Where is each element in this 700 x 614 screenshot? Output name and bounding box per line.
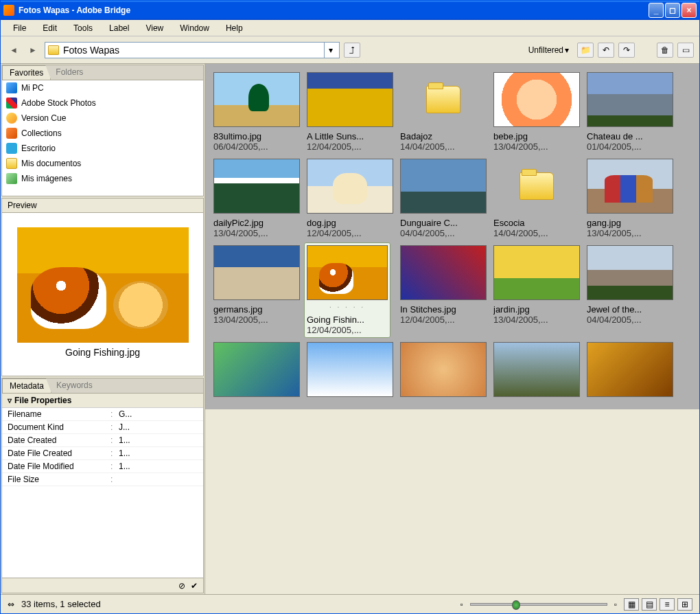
thumbnail-cell[interactable]: Jewel of the...04/04/2005,... [587, 245, 673, 335]
metadata-row[interactable]: Date File Modified:1... [2, 460, 203, 473]
minimize-button[interactable]: _ [649, 3, 664, 18]
meta-section-header[interactable]: ▿ File Properties [2, 394, 203, 408]
image-thumbnail [307, 72, 393, 127]
menu-view[interactable]: View [139, 22, 170, 34]
path-combobox[interactable]: Fotos Wapas ▾ [45, 42, 340, 58]
rotate-ccw-button[interactable]: ↶ [598, 43, 614, 58]
menu-window[interactable]: Window [173, 22, 216, 34]
rotate-cw-button[interactable]: ↷ [618, 43, 635, 58]
rating-dots[interactable]: . . . . . [307, 300, 388, 310]
thumbnail-cell[interactable]: Chateau de ...01/04/2005,... [587, 72, 673, 152]
file-name: dog.jpg [307, 218, 393, 228]
thumbnail-cell[interactable] [493, 342, 580, 401]
chevron-down-icon: ▾ [565, 45, 569, 55]
content-area[interactable]: 83ultimo.jpg06/04/2005,...A Little Suns.… [205, 64, 699, 409]
file-name: bebe.jpg [493, 131, 580, 141]
preview-header: Preview [2, 198, 203, 213]
metadata-value: 1... [119, 448, 198, 458]
file-date: 12/04/2005,... [400, 315, 487, 325]
thumbnail-cell[interactable] [587, 342, 673, 401]
ver-icon [6, 113, 17, 124]
favorite-label: Collections [21, 128, 62, 138]
app-icon [3, 5, 14, 16]
forward-button[interactable]: ► [25, 43, 40, 57]
menu-edit[interactable]: Edit [36, 22, 64, 34]
thumbnail-cell[interactable] [307, 342, 393, 401]
desk-icon [6, 143, 17, 154]
view-thumbnails-button[interactable]: ▦ [624, 598, 639, 611]
favorite-item[interactable]: Adobe Stock Photos [2, 95, 203, 111]
file-date: 13/04/2005,... [213, 228, 300, 238]
coll-icon [6, 128, 17, 139]
apply-metadata-icon[interactable]: ✔ [191, 581, 198, 591]
metadata-row[interactable]: Date Created:1... [2, 434, 203, 447]
thumbnail-cell[interactable]: bebe.jpg13/04/2005,... [493, 72, 580, 152]
thumbnail-cell[interactable]: In Stitches.jpg12/04/2005,... [400, 245, 487, 335]
window-controls: _ ◻ × [649, 3, 697, 18]
thumbnail-cell[interactable]: jardin.jpg13/04/2005,... [493, 245, 580, 335]
view-versions-button[interactable]: ⊞ [677, 598, 692, 611]
file-name: Chateau de ... [587, 131, 673, 141]
metadata-value [119, 475, 198, 484]
view-details-button[interactable]: ≡ [660, 598, 675, 611]
tab-favorites[interactable]: Favorites [2, 65, 51, 80]
tab-keywords[interactable]: Keywords [49, 378, 100, 393]
menu-help[interactable]: Help [219, 22, 250, 34]
cancel-metadata-icon[interactable]: ⊘ [178, 581, 185, 591]
thumbnail-cell[interactable] [213, 342, 300, 401]
close-button[interactable]: × [681, 3, 697, 18]
thumbnail-cell[interactable]: gang.jpg13/04/2005,... [587, 159, 673, 238]
thumbnail-cell[interactable]: Escocia14/04/2005,... [493, 159, 580, 238]
menu-label[interactable]: Label [102, 22, 136, 34]
image-thumbnail [213, 72, 300, 127]
metadata-row[interactable]: Date File Created:1... [2, 447, 203, 460]
metadata-key: Date File Created [8, 448, 110, 458]
file-name: Jewel of the... [587, 304, 673, 315]
thumbnail-grid: 83ultimo.jpg06/04/2005,...A Little Suns.… [213, 72, 691, 401]
fav-tabs: Favorites Folders [2, 65, 203, 80]
file-name: A Little Suns... [307, 131, 393, 141]
favorite-item[interactable]: Mis imágenes [2, 171, 203, 186]
thumbnail-size-slider[interactable] [470, 603, 607, 606]
slider-thumb[interactable] [512, 600, 520, 610]
favorite-item[interactable]: Mis documentos [2, 156, 203, 171]
favorite-item[interactable]: Escritorio [2, 141, 203, 156]
metadata-row[interactable]: Filename:G... [2, 408, 203, 421]
maximize-button[interactable]: ◻ [665, 3, 680, 18]
folder-icon [48, 45, 59, 55]
preview-thumbnail [17, 227, 189, 343]
favorite-item[interactable]: Mi PC [2, 80, 203, 95]
thumbnail-cell[interactable]: 83ultimo.jpg06/04/2005,... [213, 72, 300, 152]
thumbnail-cell[interactable] [400, 342, 487, 401]
tab-folders[interactable]: Folders [49, 65, 90, 80]
path-dropdown-button[interactable]: ▾ [324, 43, 336, 58]
metadata-row[interactable]: File Size: [2, 473, 203, 486]
back-button[interactable]: ◄ [6, 43, 21, 57]
thumbnail-cell[interactable]: Dunguaire C...04/04/2005,... [400, 159, 487, 238]
metadata-row[interactable]: Document Kind:J... [2, 421, 203, 434]
thumbnail-cell[interactable]: dog.jpg12/04/2005,... [307, 159, 393, 238]
resize-grip-icon[interactable]: ⇔ [8, 600, 14, 609]
metadata-value: J... [119, 422, 198, 432]
thumbnail-cell[interactable]: Badajoz14/04/2005,... [400, 72, 487, 152]
new-folder-button[interactable]: 📁 [577, 43, 594, 58]
menu-file[interactable]: File [6, 22, 33, 34]
menu-tools[interactable]: Tools [67, 22, 100, 34]
favorite-item[interactable]: Version Cue [2, 111, 203, 126]
thumbnail-cell[interactable]: . . . . .Going Fishin...12/04/2005,... [304, 242, 390, 338]
metadata-list[interactable]: Filename:G...Document Kind:J...Date Crea… [2, 408, 203, 578]
up-folder-button[interactable]: ⮥ [344, 43, 360, 58]
filter-dropdown[interactable]: Unfiltered ▾ [524, 44, 573, 56]
favorite-item[interactable]: Collections [2, 126, 203, 141]
folder-icon [6, 158, 17, 169]
titlebar[interactable]: Fotos Wapas - Adobe Bridge _ ◻ × [1, 1, 699, 20]
trash-button[interactable]: 🗑 [657, 43, 673, 58]
compact-mode-button[interactable]: ▭ [677, 43, 694, 58]
tab-metadata[interactable]: Metadata [2, 378, 51, 393]
view-filmstrip-button[interactable]: ▤ [642, 598, 657, 611]
favorites-list[interactable]: Mi PCAdobe Stock PhotosVersion CueCollec… [2, 80, 203, 196]
thumbnail-cell[interactable]: germans.jpg13/04/2005,... [213, 245, 300, 335]
thumbnail-cell[interactable]: A Little Suns...12/04/2005,... [307, 72, 393, 152]
folder-icon [426, 86, 460, 113]
thumbnail-cell[interactable]: dailyPic2.jpg13/04/2005,... [213, 159, 300, 238]
